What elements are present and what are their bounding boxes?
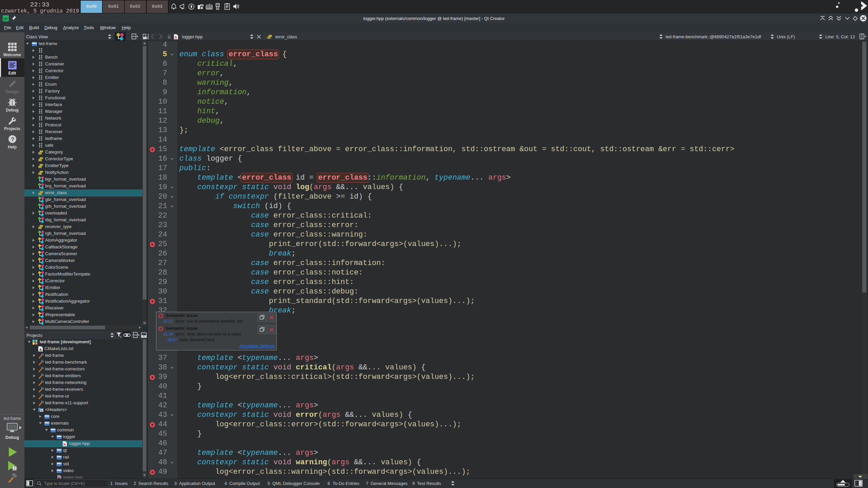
svg-text:h: h	[175, 35, 177, 39]
svg-text:h: h	[41, 409, 43, 412]
svg-text:?: ?	[11, 137, 14, 142]
svg-text:h: h	[63, 442, 66, 446]
